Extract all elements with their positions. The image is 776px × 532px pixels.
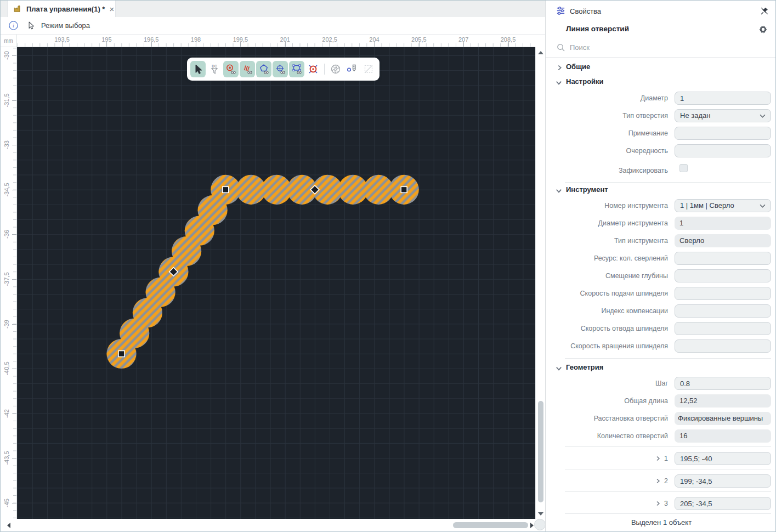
drill-tool-button[interactable]	[344, 61, 360, 77]
order-input[interactable]	[675, 144, 771, 157]
outline-visibility-button[interactable]	[289, 61, 304, 77]
ruler-tick-label: -45	[3, 499, 10, 507]
polygon-visibility-button[interactable]	[256, 61, 271, 77]
step-input[interactable]	[675, 377, 771, 390]
ruler-tick	[12, 279, 16, 280]
chevron-down-icon[interactable]	[556, 364, 562, 374]
vertical-scrollbar[interactable]	[535, 47, 545, 519]
unpin-icon[interactable]	[760, 6, 769, 16]
ruler-units: mm	[1, 35, 17, 47]
ruler-tick	[508, 42, 509, 47]
selection-status: Выделен 1 объект	[546, 518, 776, 527]
tab-title: Плата управления(1) *	[26, 5, 105, 13]
field-label-tool-diameter: Диаметр инструмента	[554, 217, 668, 230]
section-settings[interactable]: Настройки	[566, 77, 604, 86]
holes-visibility-button[interactable]	[223, 61, 239, 77]
floating-toolbar: DC	[187, 58, 379, 81]
scroll-up-icon[interactable]	[538, 51, 543, 54]
select-tool-button[interactable]	[190, 61, 206, 77]
ruler-tick-label: -34,5	[3, 183, 10, 196]
mode-label: Режим выбора	[41, 21, 90, 30]
section-geometry[interactable]: Геометрия	[566, 363, 603, 371]
chevron-down-icon[interactable]	[556, 186, 562, 196]
ruler-tick	[12, 503, 16, 503]
feed-rate-input[interactable]	[675, 287, 771, 300]
select-mode-icon[interactable]	[26, 21, 36, 30]
hole-highlight-button[interactable]	[305, 61, 321, 77]
drill-hole-line[interactable]	[17, 47, 535, 519]
scroll-left-icon[interactable]	[7, 523, 10, 528]
depth-offset-input[interactable]	[675, 269, 771, 282]
horizontal-scroll-thumb[interactable]	[453, 522, 528, 528]
ruler-tick	[12, 55, 16, 56]
ruler-tick	[330, 42, 330, 47]
vertex-row-label[interactable]: 2	[554, 474, 668, 488]
field-label-total-length: Общая длина	[554, 394, 668, 408]
chevron-right-icon[interactable]	[655, 478, 661, 484]
tab-board[interactable]: Плата управления(1) * ×	[7, 1, 116, 17]
scroll-down-icon[interactable]	[538, 512, 543, 516]
ruler-tick	[106, 42, 107, 47]
milling-visibility-button[interactable]	[240, 61, 255, 77]
field-label-note: Примечание	[554, 127, 668, 140]
field-label-tool-resource: Ресурс: кол. сверлений	[554, 252, 668, 265]
search-input[interactable]	[569, 43, 724, 52]
svg-text:i: i	[13, 22, 14, 29]
dc-filter-button[interactable]: DC	[207, 61, 222, 77]
retract-rate-input[interactable]	[675, 322, 771, 335]
vertex-3-input[interactable]	[675, 497, 771, 510]
scroll-right-icon[interactable]	[530, 523, 534, 528]
chevron-right-icon[interactable]	[655, 456, 661, 461]
ruler-tick	[196, 42, 196, 47]
tab-close-icon[interactable]: ×	[109, 5, 114, 13]
gear-icon[interactable]	[758, 25, 768, 34]
field-label-diameter: Диаметр	[554, 92, 668, 105]
chevron-right-icon[interactable]	[655, 501, 661, 506]
tool-resource-input[interactable]	[675, 252, 771, 265]
hole-type-select[interactable]: Не задан	[675, 109, 771, 122]
vertex-1-input[interactable]	[675, 452, 771, 465]
field-label-placement: Расстановка отверстий	[554, 412, 668, 425]
tool-type-value: Сверло	[675, 234, 771, 247]
vertex-handle	[401, 186, 407, 193]
horizontal-scrollbar[interactable]	[1, 519, 535, 531]
section-general[interactable]: Общие	[566, 63, 590, 71]
panel-title: Свойства	[570, 7, 601, 15]
chevron-down-icon[interactable]	[556, 78, 562, 88]
tool-number-select[interactable]: 1 | 1мм | Сверло	[675, 199, 771, 212]
ruler-horizontal: 193,5195196,5198199,5201202,5204205,5207…	[17, 35, 535, 47]
vertex-row-label[interactable]: 3	[554, 497, 668, 510]
note-input[interactable]	[675, 127, 771, 140]
fixed-checkbox[interactable]	[679, 164, 688, 172]
ruler-tick	[151, 42, 152, 47]
spindle-speed-input[interactable]	[675, 339, 771, 353]
field-label-spindle-speed: Скорость вращения шпинделя	[554, 339, 668, 353]
ruler-tick-label: -39	[3, 320, 10, 329]
ruler-tick	[12, 414, 16, 414]
ruler-tick	[12, 100, 16, 101]
origin-visibility-button[interactable]	[273, 61, 288, 77]
aperture-button[interactable]	[328, 61, 343, 77]
diameter-input[interactable]	[675, 92, 771, 105]
info-icon[interactable]: i	[8, 20, 19, 31]
toolbar-divider	[324, 64, 325, 75]
field-label-retract-rate: Скорость отвода шпинделя	[554, 322, 668, 335]
field-label-fixed: Зафиксировать	[554, 164, 668, 177]
ruler-tick	[12, 190, 16, 190]
vertex-row-label[interactable]: 1	[554, 452, 668, 465]
ruler-tick	[12, 458, 16, 459]
scroll-corner-button[interactable]	[534, 519, 546, 530]
field-label-step: Шаг	[554, 377, 668, 390]
svg-text:DC: DC	[212, 64, 217, 68]
vertex-handle	[118, 351, 124, 357]
vertical-scroll-thumb[interactable]	[538, 401, 543, 502]
placement-value: Фиксированные вершины	[675, 412, 771, 425]
chevron-down-icon	[760, 114, 766, 118]
ruler-tick-label: -31,5	[3, 93, 10, 107]
field-label-tool-number: Номер инструмента	[554, 199, 668, 212]
ruler-vertical: -30-31,5-33-34,5-36-37,5-39-40,5-42-43,5…	[1, 47, 17, 519]
chevron-right-icon[interactable]	[557, 63, 563, 73]
comp-index-input[interactable]	[675, 304, 771, 318]
section-tool[interactable]: Инструмент	[566, 185, 608, 194]
vertex-2-input[interactable]	[675, 474, 771, 488]
